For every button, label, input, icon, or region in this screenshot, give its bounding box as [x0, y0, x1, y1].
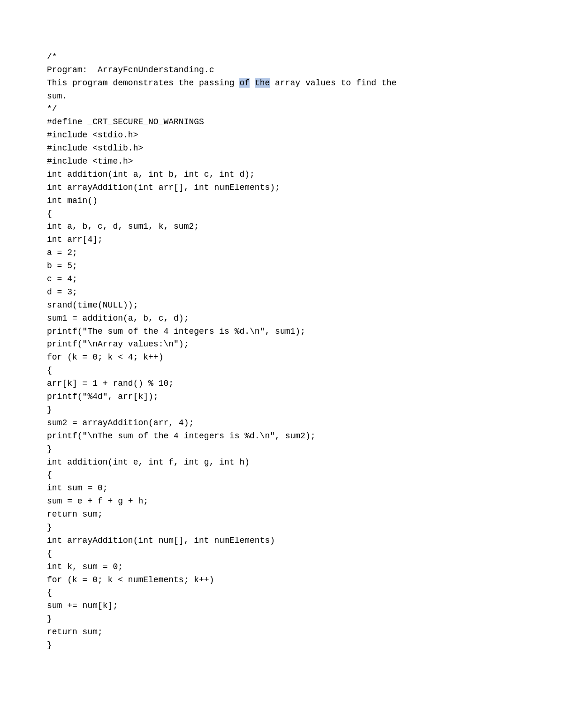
line-19: d = 3; [47, 287, 77, 297]
line-29: sum2 = arrayAddition(arr, 4); [47, 418, 194, 428]
line-14: int a, b, c, d, sum1, k, sum2; [47, 222, 199, 231]
line-35: sum = e + f + g + h; [47, 496, 148, 506]
line-45: return sum; [47, 627, 103, 637]
line-37: } [47, 523, 52, 532]
line-16: a = 2; [47, 248, 77, 257]
line-1: /* [47, 52, 57, 61]
line-30: printf("\nThe sum of the 4 integers is %… [47, 431, 316, 441]
line-36: return sum; [47, 510, 103, 519]
line-3: This program demonstrates the passing of… [47, 78, 396, 88]
page-container: /* Program: ArrayFcnUnderstanding.c This… [0, 0, 563, 728]
line-39: { [47, 549, 52, 558]
line-21: sum1 = addition(a, b, c, d); [47, 314, 189, 323]
line-4: sum. [47, 91, 67, 101]
line-20: srand(time(NULL)); [47, 300, 138, 310]
line-42: { [47, 588, 52, 597]
line-46: } [47, 640, 52, 650]
code-block: /* Program: ArrayFcnUnderstanding.c This… [47, 38, 516, 665]
line-18: c = 4; [47, 274, 77, 284]
line-2: Program: ArrayFcnUnderstanding.c [47, 65, 214, 75]
line-23: printf("\nArray values:\n"); [47, 339, 189, 349]
line-11: int arrayAddition(int arr[], int numElem… [47, 183, 280, 192]
line-41: for (k = 0; k < numElements; k++) [47, 575, 214, 585]
line-31: } [47, 444, 52, 454]
line-38: int arrayAddition(int num[], int numElem… [47, 536, 275, 545]
line-33: { [47, 470, 52, 480]
line-22: printf("The sum of the 4 integers is %d.… [47, 327, 305, 336]
line-44: } [47, 614, 52, 623]
line-25: { [47, 366, 52, 375]
line-6: #define _CRT_SECURE_NO_WARNINGS [47, 117, 204, 127]
line-24: for (k = 0; k < 4; k++) [47, 353, 163, 362]
line-15: int arr[4]; [47, 235, 103, 244]
line-9: #include <time.h> [47, 157, 133, 166]
line-10: int addition(int a, int b, int c, int d)… [47, 170, 255, 179]
line-40: int k, sum = 0; [47, 562, 123, 571]
line-12: int main() [47, 196, 98, 205]
line-7: #include <stdio.h> [47, 130, 138, 140]
line-17: b = 5; [47, 261, 77, 270]
line-43: sum += num[k]; [47, 601, 118, 610]
line-5: */ [47, 104, 57, 113]
line-26: arr[k] = 1 + rand() % 10; [47, 379, 174, 388]
line-8: #include <stdlib.h> [47, 143, 143, 153]
line-28: } [47, 405, 52, 414]
line-32: int addition(int e, int f, int g, int h) [47, 458, 250, 467]
line-27: printf("%4d", arr[k]); [47, 392, 159, 401]
line-13: { [47, 209, 52, 218]
line-34: int sum = 0; [47, 483, 108, 493]
